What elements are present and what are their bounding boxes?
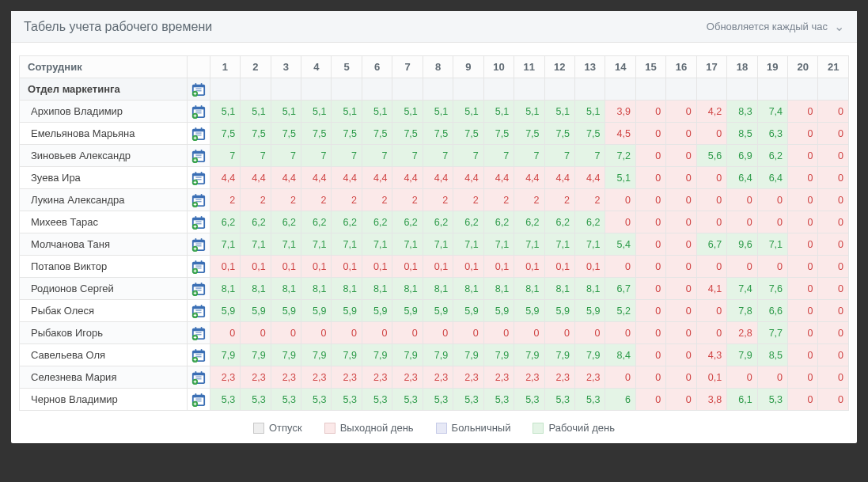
day-cell[interactable]: 7,1	[483, 233, 514, 256]
employee-calendar-button[interactable]	[188, 344, 210, 366]
day-cell[interactable]: 6,7	[605, 278, 635, 300]
day-cell[interactable]: 7,9	[423, 344, 453, 366]
employee-calendar-button[interactable]	[188, 322, 210, 344]
day-cell[interactable]: 7	[271, 145, 301, 167]
day-cell[interactable]: 7	[574, 145, 605, 167]
day-cell[interactable]: 4,4	[301, 167, 332, 189]
day-cell[interactable]: 7,1	[210, 233, 240, 256]
day-cell[interactable]: 5,1	[271, 101, 301, 123]
day-cell[interactable]: 5,1	[574, 101, 605, 123]
col-day-19[interactable]: 19	[757, 56, 787, 78]
day-cell[interactable]: 0	[332, 322, 362, 344]
day-cell[interactable]: 0	[788, 322, 818, 344]
day-cell[interactable]: 6	[605, 389, 635, 411]
col-day-3[interactable]: 3	[271, 56, 301, 78]
day-cell[interactable]: 2	[392, 189, 423, 211]
day-cell[interactable]: 8,4	[605, 344, 635, 366]
day-cell[interactable]: 8,1	[514, 278, 544, 300]
day-cell[interactable]: 6,3	[757, 123, 787, 145]
day-cell[interactable]: 4,4	[210, 167, 240, 189]
day-cell[interactable]: 6,1	[727, 389, 757, 411]
day-cell[interactable]: 6,2	[453, 211, 483, 233]
employee-name[interactable]: Потапов Виктор	[20, 256, 188, 278]
day-cell[interactable]: 2	[423, 189, 453, 211]
day-cell[interactable]: 0	[666, 123, 696, 145]
day-cell[interactable]: 8,5	[727, 123, 757, 145]
day-cell[interactable]: 7	[301, 145, 332, 167]
day-cell[interactable]: 0	[301, 322, 332, 344]
day-cell[interactable]: 0	[635, 366, 665, 389]
day-cell[interactable]: 0,1	[241, 256, 271, 278]
day-cell[interactable]: 0	[727, 256, 757, 278]
day-cell[interactable]: 8,1	[483, 278, 514, 300]
employee-calendar-button[interactable]	[188, 145, 210, 167]
day-cell[interactable]: 2,3	[574, 366, 605, 389]
day-cell[interactable]: 5,1	[362, 101, 392, 123]
day-cell[interactable]: 5,3	[483, 389, 514, 411]
day-cell[interactable]: 6,2	[362, 211, 392, 233]
col-day-5[interactable]: 5	[332, 56, 362, 78]
day-cell[interactable]: 4,5	[605, 123, 635, 145]
day-cell[interactable]: 0	[788, 389, 818, 411]
day-cell[interactable]: 5,3	[453, 389, 483, 411]
day-cell[interactable]: 4,4	[362, 167, 392, 189]
day-cell[interactable]: 0	[635, 211, 665, 233]
day-cell[interactable]: 3,9	[605, 101, 635, 123]
day-cell[interactable]: 0	[818, 123, 849, 145]
day-cell[interactable]: 5,9	[423, 300, 453, 322]
day-cell[interactable]: 5,2	[605, 300, 635, 322]
day-cell[interactable]: 5,6	[696, 145, 726, 167]
day-cell[interactable]: 0	[818, 300, 849, 322]
day-cell[interactable]: 0	[788, 278, 818, 300]
day-cell[interactable]: 7,5	[544, 123, 574, 145]
day-cell[interactable]: 7,9	[514, 344, 544, 366]
day-cell[interactable]: 6,7	[696, 233, 726, 256]
day-cell[interactable]: 5,9	[574, 300, 605, 322]
update-info-toggle[interactable]: Обновляется каждый час ⌄	[707, 19, 844, 34]
day-cell[interactable]: 7	[514, 145, 544, 167]
day-cell[interactable]: 0	[544, 322, 574, 344]
day-cell[interactable]: 7,1	[544, 233, 574, 256]
day-cell[interactable]: 2,3	[362, 366, 392, 389]
day-cell[interactable]: 0	[818, 256, 849, 278]
day-cell[interactable]: 0	[453, 322, 483, 344]
day-cell[interactable]: 7,9	[453, 344, 483, 366]
col-day-17[interactable]: 17	[696, 56, 726, 78]
day-cell[interactable]: 0	[635, 101, 665, 123]
col-day-8[interactable]: 8	[423, 56, 453, 78]
day-cell[interactable]: 0	[818, 167, 849, 189]
col-day-11[interactable]: 11	[514, 56, 544, 78]
day-cell[interactable]: 5,3	[574, 389, 605, 411]
day-cell[interactable]: 0,1	[362, 256, 392, 278]
day-cell[interactable]: 6,4	[757, 167, 787, 189]
day-cell[interactable]: 0	[666, 233, 696, 256]
col-day-12[interactable]: 12	[544, 56, 574, 78]
day-cell[interactable]: 4,4	[271, 167, 301, 189]
day-cell[interactable]: 2	[453, 189, 483, 211]
day-cell[interactable]: 7,4	[727, 278, 757, 300]
employee-calendar-button[interactable]	[188, 101, 210, 123]
employee-name[interactable]: Чернов Владимир	[20, 389, 188, 411]
day-cell[interactable]: 7,1	[362, 233, 392, 256]
day-cell[interactable]: 5,1	[423, 101, 453, 123]
day-cell[interactable]: 0	[635, 189, 665, 211]
day-cell[interactable]: 8,1	[574, 278, 605, 300]
day-cell[interactable]: 2,3	[514, 366, 544, 389]
day-cell[interactable]: 7,5	[574, 123, 605, 145]
employee-name[interactable]: Зуева Ира	[20, 167, 188, 189]
day-cell[interactable]: 7,1	[392, 233, 423, 256]
day-cell[interactable]: 8,1	[301, 278, 332, 300]
day-cell[interactable]: 0	[666, 278, 696, 300]
col-day-18[interactable]: 18	[727, 56, 757, 78]
day-cell[interactable]: 0	[666, 322, 696, 344]
day-cell[interactable]: 6,2	[210, 211, 240, 233]
day-cell[interactable]: 0	[666, 211, 696, 233]
day-cell[interactable]: 6,4	[727, 167, 757, 189]
day-cell[interactable]: 7	[544, 145, 574, 167]
day-cell[interactable]: 4,4	[483, 167, 514, 189]
day-cell[interactable]: 8,1	[453, 278, 483, 300]
day-cell[interactable]: 7,8	[727, 300, 757, 322]
day-cell[interactable]: 6,2	[514, 211, 544, 233]
day-cell[interactable]: 0	[605, 256, 635, 278]
employee-name[interactable]: Селезнева Мария	[20, 366, 188, 389]
